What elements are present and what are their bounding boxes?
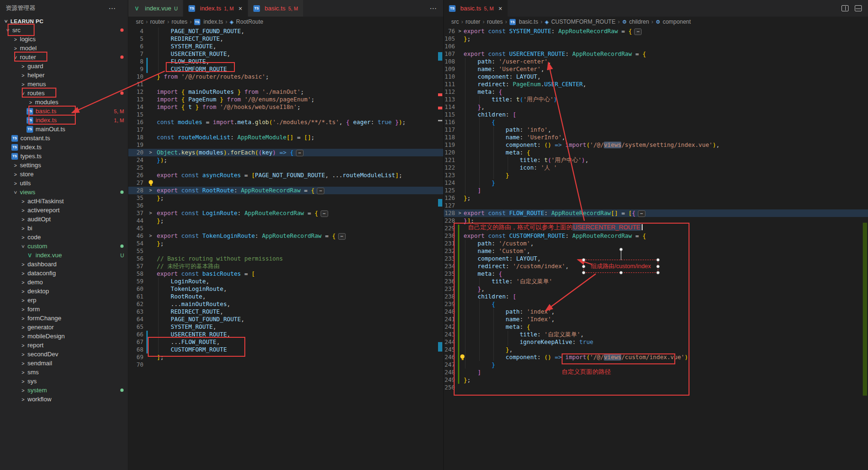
code-editor[interactable]: 76>export const SYSTEM_ROUTE: AppRouteRe…	[444, 27, 868, 470]
tree-item-views[interactable]: >views	[0, 188, 128, 197]
code-line-110[interactable]: 110 component: LAYOUT,	[444, 73, 868, 81]
breadcrumb-item-src[interactable]: src	[136, 18, 143, 25]
code-line-242[interactable]: 242 meta: {	[444, 323, 868, 331]
tree-item-code[interactable]: >code	[0, 233, 128, 242]
code-line-119[interactable]: 119 component: () => import('/@/views/sy…	[444, 141, 868, 149]
code-line-105[interactable]: 105};	[444, 35, 868, 43]
lightbulb-icon[interactable]	[149, 180, 153, 184]
code-line-247[interactable]: 247 }	[444, 361, 868, 369]
code-line-56[interactable]: 56// Basic routing without permissions	[128, 255, 443, 262]
code-line-45[interactable]: 45	[128, 225, 443, 232]
code-line-116[interactable]: 116 {	[444, 118, 868, 126]
code-line-19[interactable]: 19	[128, 141, 443, 149]
fold-chevron-icon[interactable]: >	[149, 149, 152, 156]
tree-item-index.ts[interactable]: TSindex.ts1, M	[0, 116, 128, 125]
fold-chevron-icon[interactable]: >	[149, 232, 152, 240]
tree-item-desktop[interactable]: >desktop	[0, 287, 128, 296]
breadcrumb-item-CUSTOMFORMROUTE[interactable]: CUSTOMFORM_ROUTE	[551, 18, 616, 25]
code-editor[interactable]: 4 PAGE_NOT_FOUND_ROUTE,5 REDIRECT_ROUTE,…	[128, 27, 443, 470]
tree-item-helper[interactable]: >helper	[0, 71, 128, 80]
code-line-64[interactable]: 64 PAGE_NOT_FOUND_ROUTE,	[128, 316, 443, 323]
code-line-118[interactable]: 118 name: 'UserInfo',	[444, 134, 868, 141]
code-line-60[interactable]: 60 TokenLoginRoute,	[128, 285, 443, 293]
code-line-8[interactable]: 8 FLOW_ROUTE,	[128, 58, 443, 65]
tree-item-src[interactable]: >src	[0, 26, 128, 35]
code-line-5[interactable]: 5 REDIRECT_ROUTE,	[128, 35, 443, 43]
breadcrumb-item-children[interactable]: children	[629, 18, 649, 25]
breadcrumb-item-src[interactable]: src	[451, 18, 459, 25]
tree-item-form[interactable]: >form	[0, 305, 128, 314]
tree-item-basic.ts[interactable]: TSbasic.ts5, M	[0, 107, 128, 116]
tree-item-menus[interactable]: >menus	[0, 80, 128, 89]
fold-chevron-icon[interactable]: >	[458, 27, 461, 35]
code-line-235[interactable]: 235 meta: {	[444, 270, 868, 278]
code-line-55[interactable]: 55	[128, 247, 443, 255]
tree-item-routes[interactable]: >routes	[0, 89, 128, 98]
tree-item-mobileDesign[interactable]: >mobileDesign	[0, 332, 128, 341]
tree-root[interactable]: >LEARUN PC	[0, 17, 128, 26]
code-line-234[interactable]: 234 redirect: '/custom/index',	[444, 262, 868, 270]
code-line-37[interactable]: 37>export const LoginRoute: AppRouteReco…	[128, 209, 443, 217]
code-line-68[interactable]: 68 CUSTOMFORM_ROUTE	[128, 346, 443, 353]
code-line-24[interactable]: 24});	[128, 156, 443, 164]
code-line-28[interactable]: 28>export const RootRoute: AppRouteRecor…	[128, 187, 443, 194]
code-line-128[interactable]: 128>export const FLOW_ROUTE: AppRouteRec…	[444, 209, 868, 217]
code-line-11[interactable]: 11	[128, 81, 443, 88]
code-line-36[interactable]: 36	[128, 202, 443, 209]
code-line-70[interactable]: 70	[128, 361, 443, 369]
code-line-248[interactable]: 248 ]	[444, 369, 868, 376]
tree-item-dashboard[interactable]: >dashboard	[0, 260, 128, 269]
code-line-46[interactable]: 46>export const TokenLoginRoute: AppRout…	[128, 232, 443, 240]
tree-item-erp[interactable]: >erp	[0, 296, 128, 305]
overview-ruler[interactable]	[861, 0, 868, 470]
tab-index.vue[interactable]: Vindex.vueU	[128, 0, 183, 17]
code-line-66[interactable]: 66 USERCENTER_ROUTE,	[128, 331, 443, 338]
breadcrumb-item-router[interactable]: router	[150, 18, 165, 25]
code-line-76[interactable]: 76>export const SYSTEM_ROUTE: AppRouteRe…	[444, 27, 868, 35]
code-line-250[interactable]: 250	[444, 384, 868, 391]
code-line-112[interactable]: 112 meta: {	[444, 88, 868, 96]
code-line-4[interactable]: 4 PAGE_NOT_FOUND_ROUTE,	[128, 27, 443, 35]
tree-item-report[interactable]: >report	[0, 341, 128, 350]
code-line-35[interactable]: 35};	[128, 194, 443, 202]
overview-ruler[interactable]	[437, 0, 443, 470]
code-line-44[interactable]: 44};	[128, 217, 443, 225]
tree-item-sms[interactable]: >sms	[0, 368, 128, 377]
code-line-114[interactable]: 114 },	[444, 103, 868, 111]
tree-item-guard[interactable]: >guard	[0, 62, 128, 71]
breadcrumb-item-component[interactable]: component	[662, 18, 690, 25]
tree-item-model[interactable]: >model	[0, 44, 128, 53]
code-line-229[interactable]: 229	[444, 225, 868, 232]
code-line-123[interactable]: 123 }	[444, 172, 868, 179]
code-line-65[interactable]: 65 SYSTEM_ROUTE,	[128, 323, 443, 331]
tree-item-sys[interactable]: >sys	[0, 377, 128, 386]
tree-item-logics[interactable]: >logics	[0, 35, 128, 44]
tree-item-custom[interactable]: >custom	[0, 242, 128, 251]
tree-item-mainOut.ts[interactable]: TSmainOut.ts	[0, 125, 128, 134]
code-line-69[interactable]: 69];	[128, 353, 443, 361]
tree-item-actHiTaskinst[interactable]: >actHiTaskinst	[0, 197, 128, 206]
code-line-240[interactable]: 240 path: 'index',	[444, 308, 868, 316]
tree-item-settings[interactable]: >settings	[0, 161, 128, 170]
tree-item-types.ts[interactable]: TStypes.ts	[0, 152, 128, 161]
code-line-230[interactable]: 230export const CUSTOMFORM_ROUTE: AppRou…	[444, 232, 868, 240]
code-line-12[interactable]: 12import { mainOutRoutes } from './mainO…	[128, 88, 443, 96]
code-line-120[interactable]: 120 meta: {	[444, 149, 868, 156]
code-line-6[interactable]: 6 SYSTEM_ROUTE,	[128, 43, 443, 50]
tree-item-demo[interactable]: >demo	[0, 278, 128, 287]
lightbulb-icon[interactable]	[460, 354, 465, 359]
code-line-231[interactable]: 231 path: '/custom',	[444, 240, 868, 247]
code-line-233[interactable]: 233 component: LAYOUT,	[444, 255, 868, 262]
code-line-124[interactable]: 124 }	[444, 179, 868, 187]
breadcrumb-item-basic.ts[interactable]: basic.ts	[519, 18, 538, 25]
code-line-113[interactable]: 113 title: t('用户中心')	[444, 96, 868, 103]
close-icon[interactable]: ×	[238, 5, 242, 12]
code-line-18[interactable]: 18const routeModuleList: AppRouteModule[…	[128, 134, 443, 141]
code-line-107[interactable]: 107export const USERCENTER_ROUTE: AppRou…	[444, 50, 868, 58]
fold-chevron-icon[interactable]: >	[149, 209, 152, 217]
code-line-17[interactable]: 17	[128, 126, 443, 134]
code-line-245[interactable]: 245 },	[444, 346, 868, 353]
code-line-108[interactable]: 108 path: '/user-center',	[444, 58, 868, 65]
more-actions-icon[interactable]: ⋯	[108, 4, 116, 13]
code-line-10[interactable]: 10} from '/@/router/routes/basic';	[128, 73, 443, 81]
